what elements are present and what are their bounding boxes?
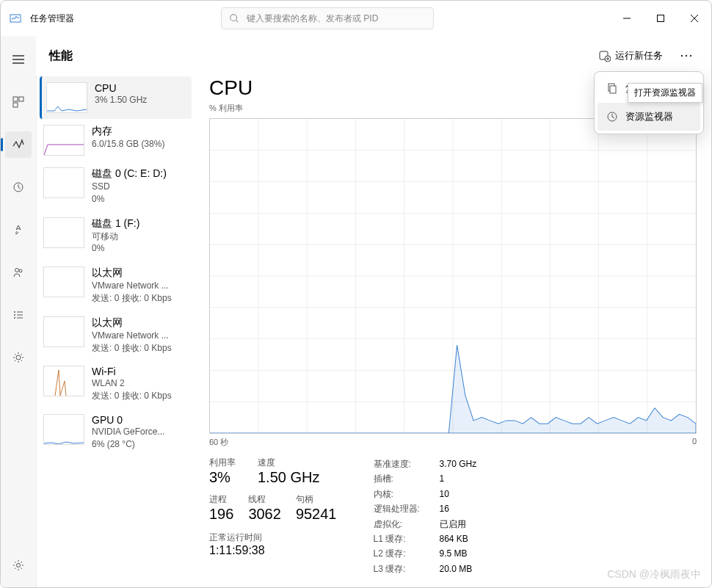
sidebar-cpu-name: CPU [95,82,147,94]
stat-speed-value: 1.50 GHz [258,469,319,486]
search-input[interactable]: 键入要搜索的名称、发布者或 PID [221,7,434,29]
svg-point-30 [14,314,15,316]
info-l2-label: L2 缓存: [374,546,426,561]
sidebar-eth1-name: 以太网 [92,266,172,280]
startup-icon [12,224,24,236]
info-cores-value: 10 [440,487,449,501]
minimize-button[interactable] [610,7,644,30]
nav-settings[interactable] [5,552,32,578]
info-virt-value: 已启用 [440,517,466,531]
info-l1-label: L1 缓存: [374,531,426,546]
menu-resource-monitor-label: 资源监视器 [625,110,673,123]
sidebar-item-disk1[interactable]: 磁盘 1 (F:)可移动0% [37,211,195,261]
page-title: 性能 [49,48,73,64]
more-button[interactable] [675,44,698,68]
sidebar-cpu-sub: 3% 1.50 GHz [95,94,147,106]
nav-performance[interactable] [5,131,32,158]
search-icon [229,13,239,23]
nav-processes[interactable] [5,89,32,115]
stats-left: 利用率3% 速度1.50 GHz 进程196 线程3062 句柄95241 正常… [209,457,337,576]
close-button[interactable] [678,7,711,30]
detail-title: CPU [209,76,253,100]
nav-details[interactable] [5,302,32,328]
more-menu-popup: 复 资源监视器 [594,71,704,134]
performance-sidebar: CPU3% 1.50 GHz 内存6.0/15.8 GB (38%) 磁盘 0 … [37,37,195,587]
run-new-task-button[interactable]: 运行新任务 [592,45,670,67]
info-virt-label: 虚拟化: [374,517,426,531]
sidebar-memory-name: 内存 [92,125,164,138]
stat-util-label: 利用率 [209,457,236,469]
menu-item-resource-monitor[interactable]: 资源监视器 [597,103,700,131]
sidebar-disk0-sub2: 0% [92,193,167,206]
info-l1-value: 864 KB [440,531,468,546]
info-logical-label: 逻辑处理器: [374,501,426,516]
sidebar-item-gpu[interactable]: GPU 0NVIDIA GeForce...6% (28 °C) [37,408,195,457]
sidebar-item-cpu[interactable]: CPU3% 1.50 GHz [40,76,192,119]
stat-uptime-value: 1:11:59:38 [209,544,337,557]
svg-point-28 [14,311,15,313]
info-l3-value: 20.0 MB [440,562,473,576]
run-task-icon [599,50,611,62]
cpu-thumb [46,82,87,113]
svg-rect-23 [19,97,23,101]
nav-startup[interactable] [5,217,32,243]
sidebar-gpu-name: GPU 0 [92,414,164,426]
nav-rail [1,36,36,587]
history-icon [12,181,24,193]
sidebar-eth1-sub2: 发送: 0 接收: 0 Kbps [92,292,172,305]
sidebar-eth2-name: 以太网 [92,316,172,330]
wifi-thumb [43,366,84,396]
maximize-button[interactable] [644,7,678,30]
gpu-thumb [43,414,84,445]
sidebar-item-memory[interactable]: 内存6.0/15.8 GB (38%) [37,119,195,161]
nav-users[interactable] [5,259,32,286]
svg-rect-22 [13,97,18,101]
svg-rect-4 [658,15,664,22]
tooltip: 打开资源监视器 [628,83,702,103]
svg-point-32 [14,317,15,319]
resource-monitor-icon [606,111,618,123]
sidebar-gpu-sub2: 6% (28 °C) [92,438,164,451]
stat-proc-value: 196 [209,506,233,523]
services-icon [12,352,24,363]
sidebar-item-wifi[interactable]: Wi-FiWLAN 2发送: 0 接收: 0 Kbps [37,360,195,408]
nav-app-history[interactable] [5,174,32,200]
search-placeholder: 键入要搜索的名称、发布者或 PID [247,12,378,25]
window-controls [610,7,711,30]
sidebar-disk1-name: 磁盘 1 (F:) [92,217,139,231]
stat-handles-label: 句柄 [296,493,337,506]
sidebar-wifi-name: Wi-Fi [92,366,172,377]
info-logical-value: 16 [440,501,449,516]
sidebar-wifi-sub1: WLAN 2 [92,377,172,390]
info-base-speed-label: 基准速度: [374,457,426,471]
svg-point-27 [19,269,22,272]
sidebar-eth2-sub1: VMware Network ... [92,330,172,342]
memory-thumb [43,125,84,156]
stat-threads-value: 3062 [248,506,281,523]
title-bar: 任务管理器 键入要搜索的名称、发布者或 PID [1,1,711,36]
svg-point-11 [681,55,683,57]
nav-hamburger[interactable] [5,46,32,73]
svg-line-18 [612,117,614,118]
run-new-task-label: 运行新任务 [615,49,663,62]
stat-uptime-label: 正常运行时间 [209,531,337,544]
more-icon [680,54,692,57]
sidebar-item-ethernet-1[interactable]: 以太网VMware Network ...发送: 0 接收: 0 Kbps [37,261,195,311]
svg-rect-15 [610,86,616,93]
sidebar-disk0-sub1: SSD [92,181,167,193]
chart-x-left: 60 秒 [209,437,228,448]
app-title: 任务管理器 [30,12,74,25]
nav-services[interactable] [5,344,32,371]
chart-x-right: 0 [692,437,697,448]
svg-rect-24 [13,103,18,107]
sidebar-item-disk0[interactable]: 磁盘 0 (C: E: D:)SSD0% [37,161,195,211]
svg-point-1 [230,15,237,21]
app-icon [10,12,21,24]
sidebar-memory-sub: 6.0/15.8 GB (38%) [92,138,164,150]
info-base-speed-value: 3.70 GHz [440,457,477,471]
sidebar-item-ethernet-2[interactable]: 以太网VMware Network ...发送: 0 接收: 0 Kbps [37,311,195,360]
svg-point-12 [686,55,687,57]
svg-point-13 [690,55,691,57]
sidebar-disk0-name: 磁盘 0 (C: E: D:) [92,167,167,181]
svg-point-26 [15,269,19,272]
